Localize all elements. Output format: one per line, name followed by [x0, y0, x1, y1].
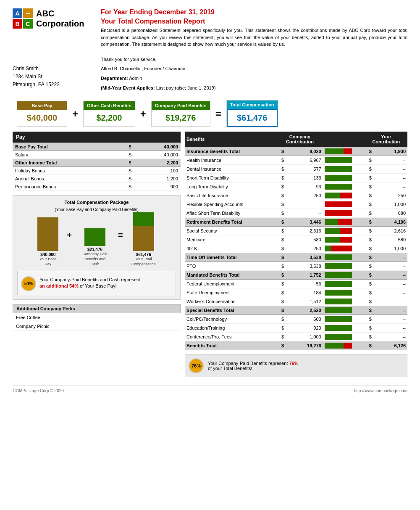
pay-dollar: S [126, 183, 134, 191]
bottom-note-text1: Your Company-Paid Benefits represent [208, 361, 289, 366]
benefit-label: Aflac Short Term Disability [185, 209, 277, 218]
mini-bar-red [338, 219, 352, 225]
benefits-row: PTO $ 3,538 $ -- [185, 262, 407, 271]
percent-note2: of Your Base Pay! [80, 283, 116, 288]
benefit-your-val: -- [376, 271, 407, 280]
mini-bar-green [325, 343, 344, 349]
benefit-comp-val: 3,538 [289, 262, 323, 271]
bar-value-label: $61,476 [136, 252, 151, 257]
benefit-comp-dollar: $ [277, 174, 289, 182]
benefits-row: Worker's Compensation $ 1,512 $ -- [185, 297, 407, 306]
benefit-comp-val: 250 [289, 191, 323, 200]
mini-bar [325, 219, 352, 225]
bar-value-label: $40,000 [40, 252, 55, 257]
pay-dollar: $ [126, 159, 134, 167]
benefit-comp-dollar: $ [277, 235, 289, 244]
mini-bar-red [340, 193, 352, 198]
mini-bar [325, 193, 352, 198]
benefit-label: Time Off Benefits Total [185, 253, 277, 262]
benefit-comp-dollar: $ [277, 191, 289, 200]
mini-bar-green [325, 219, 339, 225]
benefit-bar-cell [323, 324, 365, 333]
benefit-label: Coll/PC/Technology [185, 315, 277, 324]
bar-chart: $40,000 Your BasePay + $21,476 Company-P… [17, 216, 176, 267]
logo-text: ABCCorporation [36, 8, 84, 29]
thank-you: Thank you for your service, [101, 55, 407, 63]
mini-bar-green [325, 290, 352, 296]
benefit-comp-val: 6,967 [289, 156, 323, 165]
benefit-label: Health Insurance [185, 156, 277, 165]
bottom-note-highlight: 76% [289, 361, 298, 366]
benefit-your-dollar: $ [365, 147, 376, 156]
benefits-row: Medicare $ 580 $ 580 [185, 235, 407, 244]
benefit-comp-val: 1,752 [289, 271, 323, 280]
mini-bar [325, 281, 352, 287]
benefit-comp-val: 2,616 [289, 227, 323, 235]
benefit-your-dollar: $ [365, 280, 376, 288]
benefit-your-val: 680 [376, 209, 407, 218]
mini-bar [325, 263, 352, 269]
benefits-row: Benefits Total $ 19,276 $ 6,126 [185, 341, 407, 350]
logo: A ▪▪▪ B C ABCCorporation [13, 8, 88, 29]
benefit-your-val: 580 [376, 235, 407, 244]
mini-bar [325, 246, 352, 251]
department-value: Admin [129, 76, 142, 81]
mini-bar-green [325, 193, 340, 198]
department-label: Department: [101, 76, 128, 81]
address-section: Chris Smith 1234 Main St Pittsburgh, PA … [13, 52, 407, 92]
bottom-percent-text: Your Company-Paid Benefits represent 76%… [208, 361, 298, 371]
mini-bar [325, 228, 352, 234]
benefit-comp-val: 133 [289, 174, 323, 182]
mini-bar [325, 272, 352, 278]
main-content: Pay Base Pay Total $ 40,000 Salary S 40,… [13, 132, 407, 377]
mini-bar-red [340, 237, 352, 243]
bar-green-part [133, 212, 154, 226]
mini-bar [325, 166, 352, 172]
benefit-label: Benefits Total [185, 341, 277, 350]
mini-bar-green [325, 228, 340, 234]
perk-item: Free Coffee [13, 313, 181, 322]
bar-group: $61,476 Your TotalCompensation [131, 209, 156, 267]
mini-bar [325, 343, 352, 349]
pay-value: 1,200 [134, 175, 181, 183]
mini-bar [325, 201, 352, 207]
benefits-row: Long Term Disability $ 93 $ -- [185, 182, 407, 191]
benefit-bar-cell [323, 209, 365, 218]
benefit-your-dollar: $ [365, 315, 376, 324]
benefit-your-dollar: $ [365, 297, 376, 306]
benefit-your-val: -- [376, 324, 407, 333]
mini-bar [325, 325, 352, 331]
mini-bar [325, 184, 352, 190]
benefit-your-val: 250 [376, 191, 407, 200]
pay-label: Base Pay Total [13, 143, 126, 151]
benefits-row: Special Benefits Total $ 2,520 $ -- [185, 306, 407, 315]
benefit-label: State Unemployment [185, 288, 277, 297]
benefits-row: Coll/PC/Technology $ 600 $ -- [185, 315, 407, 324]
benefits-row: Federal Unemployment $ 56 $ -- [185, 280, 407, 288]
benefit-bar-cell [323, 165, 365, 174]
benefit-comp-dollar: $ [277, 341, 289, 350]
benefit-comp-val: 920 [289, 324, 323, 333]
mini-bar-green [325, 166, 352, 172]
mini-bar-red [344, 343, 352, 349]
benefits-row: Time Off Benefits Total $ 3,538 $ -- [185, 253, 407, 262]
benefits-col-your: YourContribution [365, 132, 407, 147]
benefit-your-val: 4,196 [376, 218, 407, 227]
benefit-your-dollar: $ [365, 218, 376, 227]
benefit-comp-dollar: $ [277, 271, 289, 280]
benefit-comp-dollar: $ [277, 280, 289, 288]
benefits-row: 401K $ 250 $ 1,000 [185, 244, 407, 253]
mini-bar-green [325, 246, 331, 251]
plus-operator-1: + [72, 108, 78, 120]
benefit-bar-cell [323, 235, 365, 244]
benefit-bar-cell [323, 297, 365, 306]
total-label: Total Compensation [227, 100, 278, 109]
benefit-bar-cell [323, 315, 365, 324]
mini-bar [325, 148, 352, 154]
percent-note: 54% Your Company-Paid Benefits and Cash … [17, 271, 176, 295]
benefit-bar-cell [323, 280, 365, 288]
benefits-row: Flexible Spending Accounts $ -- $ 1,000 [185, 200, 407, 209]
pay-row: Annual Bonus S 1,200 [13, 175, 181, 183]
benefit-comp-dollar: $ [277, 306, 289, 315]
benefit-comp-dollar: $ [277, 297, 289, 306]
